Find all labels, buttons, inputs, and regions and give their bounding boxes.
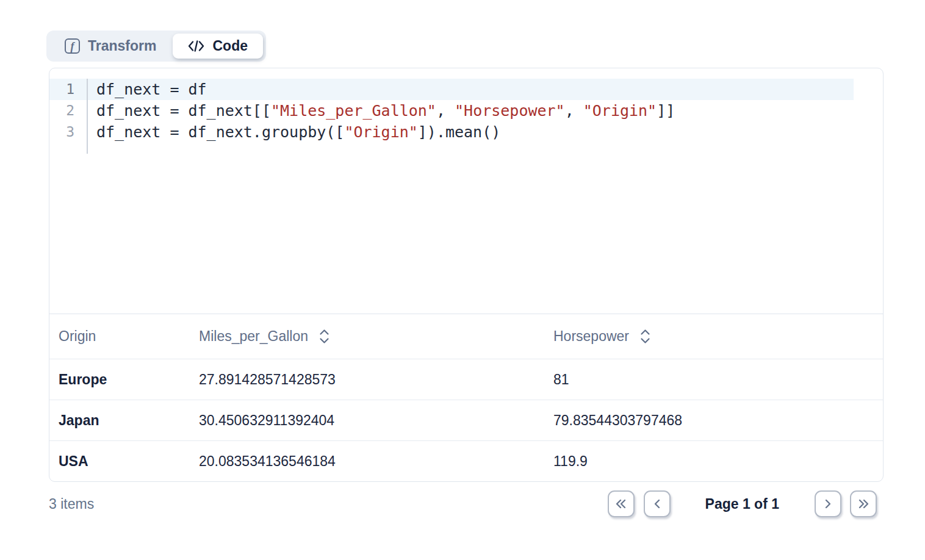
code-slash-icon (188, 40, 204, 52)
tab-transform-label: Transform (88, 38, 156, 54)
cell-miles-per-gallon: 27.891428571428573 (199, 372, 553, 388)
tab-code-label: Code (212, 38, 248, 54)
tab-code[interactable]: Code (173, 34, 263, 59)
table-row: Japan 30.450632911392404 79.835443037974… (49, 400, 883, 440)
code-token: ]).mean() (418, 123, 500, 141)
table-row: USA 20.083534136546184 119.9 (49, 440, 883, 481)
view-tab-bar: f Transform Code (46, 31, 266, 62)
cell-miles-per-gallon: 30.450632911392404 (199, 412, 553, 429)
transform-panel: 1 df_next = df 2 df_next = df_next[["Mil… (49, 68, 884, 482)
table-footer: 3 items Page 1 of 1 (49, 490, 884, 517)
sort-updown-icon[interactable] (319, 328, 329, 345)
first-page-button[interactable] (608, 490, 635, 517)
double-chevron-left-icon (614, 498, 628, 510)
line-number-3: 3 (49, 121, 88, 143)
line-number-2: 2 (49, 100, 88, 121)
code-line-3[interactable]: 3 df_next = df_next.groupby(["Origin"]).… (49, 121, 854, 143)
pagination: Page 1 of 1 (608, 490, 884, 517)
code-token-string: "Origin" (583, 102, 657, 120)
page-indicator: Page 1 of 1 (705, 496, 779, 512)
table-row: Europe 27.891428571428573 81 (49, 359, 883, 400)
gutter-stub (49, 143, 854, 154)
cell-origin: Japan (59, 412, 199, 429)
column-label: Horsepower (553, 328, 629, 345)
previous-page-button[interactable] (644, 490, 671, 517)
gutter-divider (49, 143, 88, 154)
double-chevron-right-icon (857, 498, 871, 510)
code-line-2[interactable]: 2 df_next = df_next[["Miles_per_Gallon",… (49, 100, 854, 121)
code-token-string: "Origin" (344, 123, 417, 141)
last-page-button[interactable] (850, 490, 877, 517)
cell-miles-per-gallon: 20.083534136546184 (199, 453, 553, 470)
code-token-string: "Miles_per_Gallon" (271, 102, 436, 120)
column-label: Miles_per_Gallon (199, 328, 308, 345)
result-table: Origin Miles_per_Gallon Horsepower (49, 314, 883, 481)
code-token: df_next = df (96, 81, 207, 98)
code-text-line-3: df_next = df_next.groupby(["Origin"]).me… (88, 121, 500, 143)
code-token: , (436, 102, 455, 120)
column-header-horsepower[interactable]: Horsepower (553, 328, 883, 345)
cell-horsepower: 79.83544303797468 (553, 412, 883, 429)
line-number-1: 1 (49, 79, 88, 100)
sort-updown-icon[interactable] (640, 328, 650, 345)
items-count: 3 items (49, 496, 94, 512)
function-icon: f (65, 38, 80, 54)
next-page-button[interactable] (815, 490, 841, 517)
code-token: df_next = df_next.groupby([ (96, 123, 344, 141)
cell-horsepower: 81 (553, 372, 883, 388)
code-line-1[interactable]: 1 df_next = df (49, 79, 854, 100)
table-header-row: Origin Miles_per_Gallon Horsepower (49, 314, 883, 359)
code-token: ]] (657, 102, 675, 120)
code-editor[interactable]: 1 df_next = df 2 df_next = df_next[["Mil… (49, 68, 883, 314)
code-token: , (565, 102, 583, 120)
page: f Transform Code 1 df_next = df 2 df_ne (0, 0, 925, 517)
code-token-string: "Horsepower" (455, 102, 565, 120)
tab-transform[interactable]: f Transform (49, 34, 171, 59)
cell-origin: Europe (59, 372, 199, 388)
column-header-origin: Origin (59, 328, 199, 345)
cell-horsepower: 119.9 (553, 453, 883, 470)
column-header-miles-per-gallon[interactable]: Miles_per_Gallon (199, 328, 553, 345)
cell-origin: USA (59, 453, 199, 470)
code-text-line-2: df_next = df_next[["Miles_per_Gallon", "… (88, 100, 675, 121)
chevron-right-icon (822, 498, 834, 510)
code-text-line-1: df_next = df (88, 79, 207, 100)
column-label: Origin (59, 328, 96, 345)
chevron-left-icon (651, 498, 663, 510)
code-token: df_next = df_next[[ (96, 102, 271, 120)
